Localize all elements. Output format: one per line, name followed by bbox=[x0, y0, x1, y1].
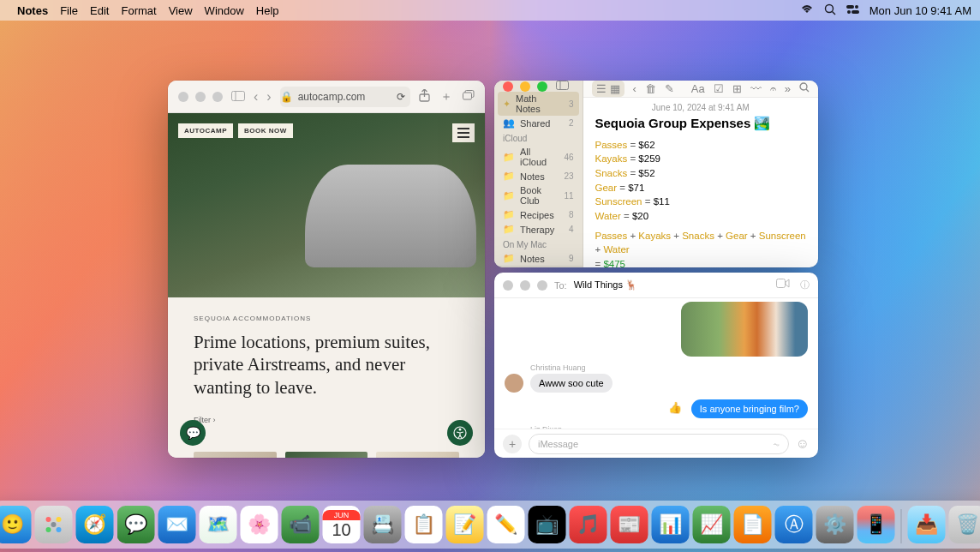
new-folder-button[interactable]: ⊕New Folder bbox=[494, 266, 583, 267]
dock-messages[interactable]: 💬 bbox=[117, 506, 155, 543]
book-now-button[interactable]: BOOK NOW bbox=[238, 123, 293, 138]
message-thread[interactable]: Christina Huang Awww soo cute 👍 Is anyon… bbox=[494, 298, 818, 429]
search-icon[interactable] bbox=[824, 3, 836, 18]
dock-tv[interactable]: 📺 bbox=[529, 506, 566, 543]
accessibility-fab[interactable] bbox=[447, 420, 473, 446]
dock-news[interactable]: 📰 bbox=[611, 506, 648, 543]
forward-button[interactable]: › bbox=[266, 89, 271, 105]
dock-maps[interactable]: 🗺️ bbox=[200, 506, 237, 543]
dock-appstore[interactable]: Ⓐ bbox=[775, 506, 813, 543]
dock-photos[interactable]: 🌸 bbox=[241, 506, 278, 543]
accommodation-thumb[interactable] bbox=[285, 452, 368, 458]
note-title: Sequoia Group Expenses 🏞️ bbox=[595, 114, 806, 133]
svg-rect-13 bbox=[557, 81, 569, 90]
dock-contacts[interactable]: 📇 bbox=[364, 506, 402, 543]
dock-freeform[interactable]: ✏️ bbox=[487, 506, 525, 543]
dock-numbers[interactable]: 📈 bbox=[693, 506, 731, 543]
sidebar-item-label: Recipes bbox=[520, 210, 554, 220]
accommodation-thumb[interactable] bbox=[376, 452, 459, 458]
message-input[interactable]: iMessage ⏦ bbox=[529, 434, 789, 454]
control-center-icon[interactable] bbox=[846, 4, 859, 17]
clock[interactable]: Mon Jun 10 9:41 AM bbox=[869, 4, 971, 17]
tabs-icon[interactable] bbox=[463, 89, 475, 105]
folder-icon: 📁 bbox=[503, 209, 515, 220]
sidebar-item-therapy[interactable]: 📁Therapy4 bbox=[494, 222, 583, 237]
info-icon[interactable]: ⓘ bbox=[800, 279, 810, 291]
sidebar-item-recipes[interactable]: 📁Recipes8 bbox=[494, 207, 583, 222]
checklist-icon[interactable]: ☑ bbox=[714, 82, 724, 95]
avatar[interactable] bbox=[505, 374, 523, 393]
sidebar-section-mac: On My Mac bbox=[494, 237, 583, 251]
dock-mail[interactable]: ✉️ bbox=[158, 506, 196, 543]
chat-fab[interactable]: 💬 bbox=[180, 420, 206, 446]
dock-music[interactable]: 🎵 bbox=[570, 506, 607, 543]
shared-photo[interactable] bbox=[681, 302, 808, 357]
menu-file[interactable]: File bbox=[60, 4, 78, 17]
sidebar-toggle-icon[interactable] bbox=[231, 89, 245, 105]
format-icon[interactable]: Aa bbox=[691, 82, 705, 95]
dock-keynote[interactable]: 📊 bbox=[652, 506, 690, 543]
dock-pages[interactable]: 📄 bbox=[734, 506, 772, 543]
app-menu[interactable]: Notes bbox=[17, 4, 48, 17]
sidebar-item-notes[interactable]: 📁Notes23 bbox=[494, 169, 583, 183]
logo-badge[interactable]: AUTOCAMP bbox=[178, 123, 233, 138]
sidebar-item-book-club[interactable]: 📁Book Club11 bbox=[494, 183, 583, 207]
sidebar-item-math-notes[interactable]: ✦ Math Notes 3 bbox=[498, 92, 579, 116]
hamburger-menu[interactable] bbox=[452, 123, 475, 142]
traffic-lights[interactable] bbox=[503, 280, 547, 291]
more-icon[interactable]: » bbox=[785, 82, 791, 95]
dock-settings[interactable]: ⚙️ bbox=[816, 506, 854, 543]
menu-edit[interactable]: Edit bbox=[90, 4, 109, 17]
dock-launchpad[interactable] bbox=[35, 506, 73, 543]
dock-downloads[interactable]: 📥 bbox=[908, 506, 946, 543]
address-bar[interactable]: 🔒 autocamp.com ⟳ bbox=[280, 87, 410, 107]
traffic-lights[interactable] bbox=[503, 81, 547, 92]
table-icon[interactable]: ⊞ bbox=[732, 82, 742, 95]
menu-window[interactable]: Window bbox=[205, 4, 244, 17]
note-content[interactable]: Sequoia Group Expenses 🏞️ Passes = $62 K… bbox=[583, 114, 818, 267]
media-icon[interactable]: 〰 bbox=[750, 82, 762, 95]
list-view-icon[interactable]: ☰ bbox=[596, 82, 607, 95]
new-tab-icon[interactable]: ＋ bbox=[440, 89, 452, 105]
sidebar-item-mac-notes[interactable]: 📁Notes9 bbox=[494, 251, 583, 266]
menu-help[interactable]: Help bbox=[256, 4, 279, 17]
message-bubble[interactable]: Awww soo cute bbox=[530, 374, 612, 393]
menu-format[interactable]: Format bbox=[121, 4, 156, 17]
link-icon[interactable]: 𝄐 bbox=[770, 82, 776, 96]
message-bubble-sent[interactable]: Is anyone bringing film? bbox=[691, 399, 808, 418]
dock-facetime[interactable]: 📹 bbox=[282, 506, 320, 543]
dock-notes[interactable]: 📝 bbox=[446, 506, 484, 543]
svg-point-18 bbox=[46, 517, 51, 522]
svg-rect-2 bbox=[846, 5, 854, 9]
search-icon[interactable] bbox=[799, 82, 810, 95]
dock-reminders[interactable]: 📋 bbox=[405, 506, 443, 543]
wifi-icon[interactable] bbox=[800, 4, 814, 17]
reload-icon[interactable]: ⟳ bbox=[397, 91, 410, 103]
dock-trash[interactable]: 🗑️ bbox=[949, 506, 981, 543]
delete-icon[interactable]: 🗑 bbox=[645, 82, 656, 95]
back-button[interactable]: ‹ bbox=[254, 89, 258, 105]
dictation-icon[interactable]: ⏦ bbox=[774, 439, 780, 449]
recipient[interactable]: Wild Things 🦌 bbox=[574, 279, 637, 291]
reaction-icon[interactable]: 👍 bbox=[668, 401, 682, 414]
filter-button[interactable]: Filter › bbox=[194, 416, 459, 424]
grid-view-icon[interactable]: ▦ bbox=[610, 82, 620, 95]
accommodation-thumb[interactable] bbox=[194, 452, 277, 458]
sidebar-item-label: Notes bbox=[520, 254, 545, 264]
sidebar-item-shared[interactable]: 👥 Shared 2 bbox=[494, 116, 583, 130]
compose-icon[interactable]: ✎ bbox=[665, 82, 674, 95]
dock-iphone-mirroring[interactable]: 📱 bbox=[858, 506, 895, 543]
back-icon[interactable]: ‹ bbox=[633, 82, 636, 95]
emoji-picker-icon[interactable]: ☺ bbox=[796, 436, 810, 452]
attach-button[interactable]: + bbox=[503, 435, 522, 453]
share-icon[interactable] bbox=[419, 89, 430, 105]
sidebar-item-count: 23 bbox=[564, 171, 573, 181]
dock-finder[interactable]: 🙂 bbox=[0, 506, 32, 543]
facetime-icon[interactable] bbox=[776, 279, 790, 291]
sidebar-toggle-icon[interactable] bbox=[556, 81, 569, 92]
menu-view[interactable]: View bbox=[169, 4, 193, 17]
dock-calendar[interactable]: JUN 10 bbox=[323, 506, 361, 543]
sidebar-item-all-icloud[interactable]: 📁All iCloud46 bbox=[494, 145, 583, 169]
traffic-lights[interactable] bbox=[178, 92, 223, 102]
dock-safari[interactable]: 🧭 bbox=[76, 506, 114, 543]
